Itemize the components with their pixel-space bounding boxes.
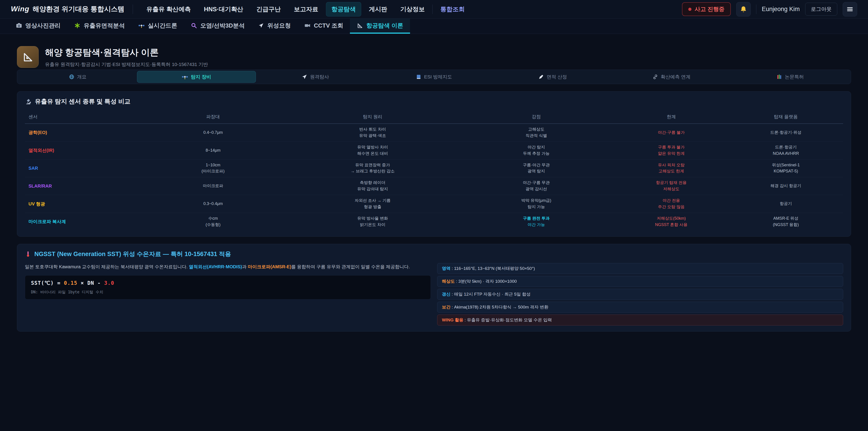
cell-line: 얇은 유막 한계: [615, 151, 727, 157]
cell-line: 항공기 탑재 전용: [615, 180, 727, 186]
cell-line: 드론·항공기·위성: [730, 129, 842, 136]
nav-item-유출유 확산예측[interactable]: 유출유 확산예측: [141, 2, 196, 17]
table-cell: 해경 감시 항공기: [728, 180, 843, 192]
table-cell: 0.4~0.7μm: [140, 127, 287, 138]
subnav-item-영상사진관리[interactable]: 영상사진관리: [9, 19, 67, 34]
cell-line: 고해상도 한계: [615, 168, 727, 175]
top-right: 사고 진행중 Eunjeong Kim 로그아웃: [682, 2, 857, 17]
nav-item-긴급구난[interactable]: 긴급구난: [251, 2, 286, 17]
main-content: 해양 항공탐색·원격탐사 이론 유출유 원격탐지·항공감시 기법·ESI 방제정…: [0, 46, 868, 332]
page-icon: [17, 46, 39, 68]
cell-line: 주간 오탐 많음: [615, 204, 727, 210]
table-cell: 구름 투과 불가얇은 유막 한계: [614, 142, 728, 159]
top-bar: Wing 해양환경 위기대응 통합시스템 유출유 확산예측HNS·대기확산긴급구…: [0, 0, 868, 19]
cell-line: 유막 열방사 차이: [288, 144, 457, 151]
table-cell: 유막 열방사 차이해수면 온도 대비: [287, 142, 458, 159]
logout-button[interactable]: 로그아웃: [805, 3, 837, 16]
spec-label: 영역: [442, 266, 451, 271]
app-title: 해양환경 위기대응 통합시스템: [33, 4, 125, 14]
spec-영역: 영역 : 116~165°E, 13~63°N (북서태평양 50×50°): [437, 263, 843, 274]
cell-line: 위성(Sentinel-1: [730, 162, 842, 168]
subnav-label: 유출유면적분석: [84, 22, 125, 30]
cell-line: 구름 완전 투과: [460, 215, 613, 222]
nav-item-통합조회[interactable]: 통합조회: [435, 2, 470, 17]
cell-line: 구름 투과 불가: [615, 144, 727, 151]
tab-탐지 장비[interactable]: 탐지 장비: [137, 71, 256, 83]
cell-line: (수동형): [141, 222, 285, 228]
cell-line: KOMPSAT-5): [730, 168, 842, 175]
tab-label: 개요: [77, 74, 87, 80]
nav-item-보고자료[interactable]: 보고자료: [288, 2, 324, 17]
nav-item-항공탐색[interactable]: 항공탐색: [326, 2, 361, 17]
cell-line: 유막 표면장력 증가: [288, 162, 457, 168]
table-cell: 마이크로파: [140, 180, 287, 192]
table-cell: 자외선 조사 → 기름형광 방출: [287, 195, 458, 213]
tab-원격탐사[interactable]: 원격탐사: [256, 71, 375, 83]
table-cell: 구름·야간 무관광역 탐지: [459, 160, 614, 177]
nav-item-기상정보[interactable]: 기상정보: [395, 2, 430, 17]
table-cell: 1~10cm(마이크로파): [140, 160, 287, 177]
subnav-item-위성요청[interactable]: 위성요청: [251, 19, 298, 34]
incident-status-badge: 사고 진행중: [682, 2, 731, 16]
table-cell: 측방향 레이더유막 감쇠대 탐지: [287, 177, 458, 195]
tab-면적 산정[interactable]: 면적 산정: [493, 71, 612, 83]
page-header: 해양 항공탐색·원격탐사 이론 유출유 원격탐지·항공감시 기법·ESI 방제정…: [17, 46, 851, 68]
table-cell: 고해상도직관적 식별: [459, 124, 614, 142]
magnifier-icon: [191, 22, 197, 29]
subnav-item-CCTV 조회[interactable]: CCTV 조회: [298, 19, 350, 34]
subnav-item-실시간드론[interactable]: 실시간드론: [131, 19, 184, 34]
column-header: 파장대: [140, 111, 287, 123]
spec-label: 보간: [442, 305, 451, 309]
tab-ESI 방제지도[interactable]: ESI 방제지도: [375, 71, 493, 83]
cell-line: 고해상도: [460, 126, 613, 133]
spec-WING 활용: WING 활용 : 유출유 증발·유상화·점도변화 모델 수온 입력: [437, 315, 843, 326]
cell-line: 자외선 조사 → 기름: [288, 197, 457, 204]
tab-확산예측 연계[interactable]: 확산예측 연계: [612, 71, 731, 83]
sensor-row-열적외선(IR): 열적외선(IR)8~14μm유막 열방사 차이해수면 온도 대비야간 탐지두께 …: [25, 142, 843, 160]
plane-icon: [258, 23, 264, 29]
cell-line: 드론·항공기: [730, 144, 842, 151]
menu-button[interactable]: [843, 2, 857, 17]
column-header: 탑재 플랫폼: [728, 111, 843, 123]
cell-line: 수cm: [141, 215, 285, 222]
formula-prefix: SST(℃) =: [31, 280, 64, 286]
sst-formula: SST(℃) = 0.15 × DN - 3.0: [31, 280, 425, 286]
table-cell: 반사 휘도 차이유막 광택·색조: [287, 124, 458, 142]
subnav-label: 영상사진관리: [25, 22, 61, 30]
ngsst-desc-text: 일본 토호쿠대학 Kawamura 교수팀이 제공하는 북서태평양 광역 수온자…: [25, 264, 189, 269]
subnav-label: 항공탐색 이론: [366, 22, 403, 30]
tab-개요[interactable]: 개요: [18, 71, 137, 83]
subnav-item-항공탐색 이론[interactable]: 항공탐색 이론: [350, 19, 410, 34]
ngsst-title: NGSST (New Generation SST) 위성 수온자료 — 특허 …: [34, 250, 231, 258]
plane-icon: [302, 74, 307, 80]
spec-value: : Akima(1978) 2차원 5차다항식 → 500m 격자 변환: [451, 305, 548, 309]
table-cell: 유막 방사율 변화밝기온도 차이: [287, 213, 458, 230]
spec-value: : 116~165°E, 13~63°N (북서태평양 50×50°): [451, 266, 535, 271]
cell-line: 야간·구름 불가: [615, 129, 727, 136]
table-cell: 수cm(수동형): [140, 213, 287, 230]
incident-status-label: 사고 진행중: [694, 5, 724, 13]
sensor-row-SAR: SAR1~10cm(마이크로파)유막 표면장력 증가→ 브래그 후방산란 감소구…: [25, 160, 843, 177]
notifications-button[interactable]: [736, 2, 751, 17]
subnav-item-유출유면적분석[interactable]: 유출유면적분석: [67, 19, 131, 34]
subnav-item-오염/선박3D분석[interactable]: 오염/선박3D분석: [184, 19, 251, 34]
nav-item-게시판[interactable]: 게시판: [364, 2, 393, 17]
cell-line: NGSST 혼합 사용: [615, 222, 727, 228]
cell-line: 구름·야간 무관: [460, 162, 613, 168]
tab-label: 논문특허: [785, 74, 804, 80]
cell-line: 광역 탐지: [460, 168, 613, 175]
tab-논문특허[interactable]: 논문특허: [731, 71, 850, 83]
cell-line: AMSR-E 위성: [730, 215, 842, 222]
spec-해상도: 해상도 : 3분(약 5km) · 격자 1000×1000: [437, 276, 843, 287]
nav-item-HNS·대기확산[interactable]: HNS·대기확산: [198, 2, 249, 17]
table-cell: 0.3~0.4μm: [140, 198, 287, 210]
column-header: 한계: [614, 111, 728, 123]
cell-line: 저해상도(50km): [615, 215, 727, 222]
microscope-icon: [25, 98, 32, 105]
table-cell: 유막 표면장력 증가→ 브래그 후방산란 감소: [287, 160, 458, 177]
tab-label: 확산예측 연계: [661, 74, 690, 80]
sensor-row-마이크로파 복사계: 마이크로파 복사계수cm(수동형)유막 방사율 변화밝기온도 차이구름 완전 투…: [25, 213, 843, 230]
cell-line: 마이크로파: [141, 183, 285, 189]
table-cell: 야간 전용주간 오탐 많음: [614, 195, 728, 213]
thermometer-icon: [25, 251, 31, 257]
